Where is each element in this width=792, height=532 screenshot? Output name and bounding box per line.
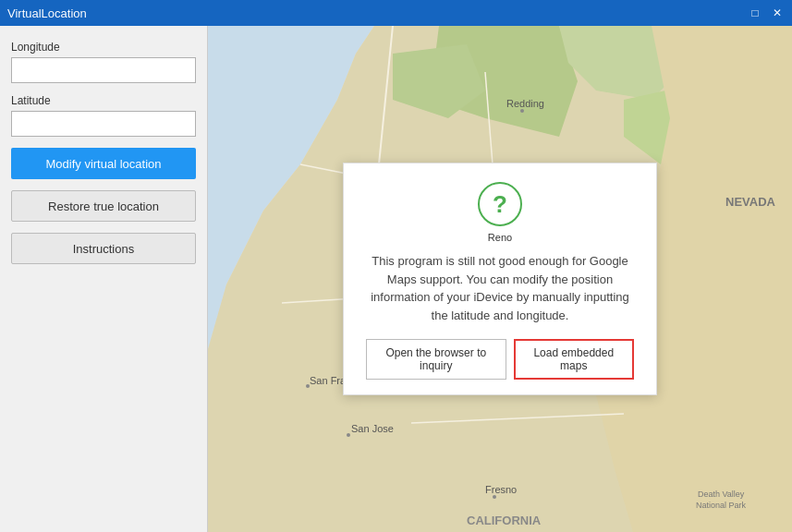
svg-text:Redding: Redding (506, 98, 544, 109)
overlay-dialog: ? Reno This program is still not good en… (343, 163, 657, 395)
svg-text:Fresno: Fresno (485, 484, 517, 495)
svg-point-8 (520, 109, 524, 113)
latitude-field-group: Latitude (11, 94, 196, 137)
instructions-button[interactable]: Instructions (11, 233, 196, 264)
latitude-label: Latitude (11, 94, 196, 107)
longitude-label: Longitude (11, 41, 196, 54)
load-embedded-maps-button[interactable]: Load embedded maps (514, 339, 634, 380)
left-panel: Longitude Latitude Modify virtual locati… (0, 26, 208, 532)
minimize-button[interactable]: □ (748, 6, 762, 20)
svg-text:NEVADA: NEVADA (725, 195, 776, 209)
modify-virtual-location-button[interactable]: Modify virtual location (11, 148, 196, 179)
map-area: Redding NEVADA San Francisco San Jose Fr… (208, 26, 792, 532)
longitude-input[interactable] (11, 57, 196, 83)
open-browser-button[interactable]: Open the browser to inquiry (366, 339, 506, 380)
latitude-input[interactable] (11, 111, 196, 137)
app-title: VirtualLocation (7, 6, 87, 20)
question-icon: ? (478, 182, 522, 226)
dialog-message: This program is still not good enough fo… (366, 252, 634, 324)
longitude-field-group: Longitude (11, 41, 196, 83)
svg-text:CALIFORNIA: CALIFORNIA (467, 514, 542, 527)
close-button[interactable]: ✕ (770, 6, 785, 20)
svg-text:San Jose: San Jose (351, 423, 394, 434)
svg-point-13 (347, 433, 350, 437)
svg-text:Death Valley: Death Valley (698, 490, 745, 499)
title-bar: VirtualLocation □ ✕ (0, 0, 792, 26)
reno-label: Reno (366, 232, 634, 243)
restore-true-location-button[interactable]: Restore true location (11, 190, 196, 222)
app-container: Longitude Latitude Modify virtual locati… (0, 26, 792, 532)
svg-text:National Park: National Park (696, 501, 747, 510)
svg-point-11 (306, 384, 310, 388)
title-bar-controls: □ ✕ (748, 6, 785, 20)
dialog-buttons: Open the browser to inquiry Load embedde… (366, 339, 634, 380)
svg-point-15 (493, 495, 496, 499)
